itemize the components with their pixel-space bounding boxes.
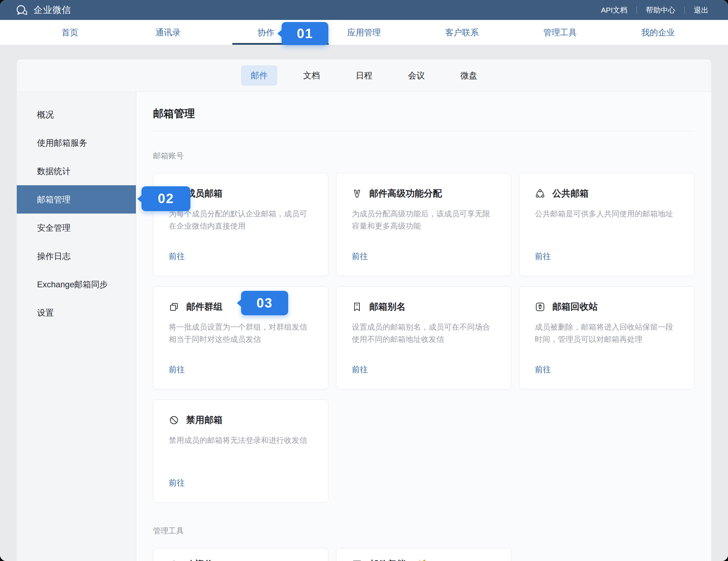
card-title: 邮件群组 [186, 301, 223, 313]
card-title: 禁用邮箱 [186, 414, 223, 426]
subtab-meeting[interactable]: 会议 [398, 65, 435, 86]
logout-link[interactable]: 退出 [694, 5, 708, 15]
mailbox-alias-icon [352, 302, 362, 312]
nav-tab-home[interactable]: 首页 [21, 20, 119, 45]
go-link[interactable]: 前往 [169, 364, 185, 375]
mail-archive-icon [352, 559, 362, 561]
subtab-calendar[interactable]: 日程 [346, 65, 382, 86]
subtab-bar: 邮件 文档 日程 会议 微盘 [17, 59, 711, 92]
go-link[interactable]: 前往 [535, 364, 551, 375]
sidebar-item-operation-log[interactable]: 操作日志 [17, 242, 136, 270]
api-docs-link[interactable]: API文档 [601, 5, 627, 15]
sidebar-item-statistics[interactable]: 数据统计 [17, 157, 136, 185]
card-title: 邮件高级功能分配 [369, 187, 442, 200]
nav-tab-apps[interactable]: 应用管理 [315, 20, 413, 45]
public-mailbox-icon [535, 188, 545, 199]
sidebar-item-settings[interactable]: 设置 [17, 299, 136, 327]
divider [684, 6, 685, 14]
divider [636, 6, 637, 14]
go-link[interactable]: 前往 [535, 251, 551, 262]
sidebar-item-use-mail-service[interactable]: 使用邮箱服务 [17, 129, 136, 157]
step-badge-02: 02 [141, 186, 190, 211]
app-window: 企业微信 API文档 帮助中心 退出 首页 通讯录 协作 应用管理 客户联系 管… [0, 0, 728, 561]
welcome-letter-icon [169, 559, 179, 561]
section-label-mail-accounts: 邮箱账号 [153, 151, 694, 161]
mail-accounts-grid: 成员邮箱 为每个成员分配的默认企业邮箱，成员可在企业微信内直接使用 前往 邮件高… [153, 173, 694, 503]
card-title: 邮箱别名 [369, 301, 406, 313]
sidebar: 概况 使用邮箱服务 数据统计 邮箱管理 安全管理 操作日志 Exchange邮箱… [17, 92, 136, 561]
step-badge-03: 03 [241, 291, 288, 315]
page-background: 邮件 文档 日程 会议 微盘 概况 使用邮箱服务 数据统计 邮箱管理 安全管理 … [0, 45, 728, 561]
step-badge-01: 01 [282, 22, 328, 45]
nav-tab-my-company[interactable]: 我的企业 [609, 20, 707, 45]
page-title-wrap: 邮箱管理 [153, 107, 694, 132]
topbar-links: API文档 帮助中心 退出 [601, 5, 708, 15]
brand-name: 企业微信 [34, 4, 71, 16]
advanced-feature-icon [352, 188, 362, 199]
premium-sparkle-icon: ✦✦ [416, 558, 428, 561]
card-mailbox-alias: 邮箱别名 设置成员的邮箱别名，成员可在不同场合使用不同的邮箱地址收发信 前往 [336, 286, 511, 389]
go-link[interactable]: 前往 [169, 477, 185, 488]
page-title: 邮箱管理 [153, 107, 694, 121]
wecom-logo-icon [15, 4, 29, 16]
main-panel: 邮件 文档 日程 会议 微盘 概况 使用邮箱服务 数据统计 邮箱管理 安全管理 … [17, 59, 711, 561]
subtab-mail[interactable]: 邮件 [241, 65, 277, 86]
help-center-link[interactable]: 帮助中心 [646, 5, 675, 15]
card-advanced-feature: 邮件高级功能分配 为成员分配高级功能后，该成员可享无限容量和更多高级功能 前往 [336, 173, 511, 276]
card-public-mailbox: 公共邮箱 公共邮箱是可供多人共同使用的邮箱地址 前往 [519, 173, 694, 276]
nav-tab-contacts[interactable]: 通讯录 [119, 20, 217, 45]
card-title: 邮件归档 [369, 558, 406, 561]
sidebar-item-security[interactable]: 安全管理 [17, 214, 136, 242]
card-desc: 公共邮箱是可供多人共同使用的邮箱地址 [535, 208, 679, 220]
card-title: 邮箱回收站 [552, 301, 598, 313]
go-link[interactable]: 前往 [352, 364, 368, 375]
mail-group-icon [169, 302, 179, 312]
card-mail-archive: 邮件归档 ✦✦ [336, 548, 511, 561]
brand: 企业微信 [15, 4, 71, 16]
content: 邮箱管理 邮箱账号 成员邮箱 为每个成员分配的默认企业邮箱，成员可在企业微信内 [136, 92, 711, 561]
sidebar-item-exchange-sync[interactable]: Exchange邮箱同步 [17, 270, 136, 299]
mailbox-recycle-icon [535, 302, 545, 312]
main-nav: 首页 通讯录 协作 应用管理 客户联系 管理工具 我的企业 [0, 20, 728, 45]
subtab-docs[interactable]: 文档 [293, 65, 330, 86]
sidebar-item-overview[interactable]: 概况 [17, 100, 136, 129]
disabled-mailbox-icon [169, 415, 179, 425]
go-link[interactable]: 前往 [352, 251, 368, 262]
card-desc: 设置成员的邮箱别名，成员可在不同场合使用不同的邮箱地址收发信 [352, 321, 496, 345]
card-desc: 成员被删除，邮箱将进入回收站保留一段时间，管理员可以对邮箱再处理 [535, 321, 679, 345]
card-mailbox-recycle-bin: 邮箱回收站 成员被删除，邮箱将进入回收站保留一段时间，管理员可以对邮箱再处理 前… [519, 286, 694, 389]
card-title: 公共邮箱 [552, 187, 589, 200]
nav-tab-customers[interactable]: 客户联系 [413, 20, 511, 45]
section-label-admin-tools: 管理工具 [153, 526, 694, 536]
card-welcome-letter: 欢迎信 [153, 548, 328, 561]
admin-tools-grid: 欢迎信 邮件归档 ✦✦ [153, 548, 694, 561]
sidebar-item-mailbox-management[interactable]: 邮箱管理 [17, 185, 136, 214]
nav-tab-admin-tools[interactable]: 管理工具 [511, 20, 609, 45]
subtab-drive[interactable]: 微盘 [451, 65, 487, 86]
card-title: 欢迎信 [186, 558, 213, 561]
card-desc: 禁用成员的邮箱将无法登录和进行收发信 [169, 434, 313, 447]
card-desc: 为每个成员分配的默认企业邮箱，成员可在企业微信内直接使用 [169, 208, 313, 232]
card-desc: 为成员分配高级功能后，该成员可享无限容量和更多高级功能 [352, 208, 496, 232]
card-title: 成员邮箱 [186, 187, 223, 200]
go-link[interactable]: 前往 [169, 251, 185, 262]
card-disabled-mailbox: 禁用邮箱 禁用成员的邮箱将无法登录和进行收发信 前往 [153, 400, 328, 503]
card-desc: 将一批成员设置为一个群组，对群组发信相当于同时对这些成员发信 [169, 321, 313, 345]
topbar: 企业微信 API文档 帮助中心 退出 [0, 0, 728, 20]
